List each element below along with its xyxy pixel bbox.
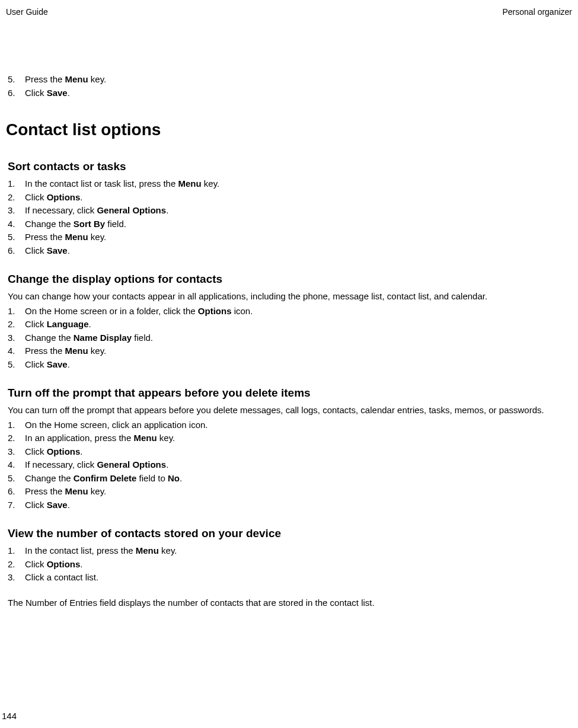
- section-list: 1.In the contact list, press the Menu ke…: [6, 544, 572, 585]
- section-heading: Turn off the prompt that appears before …: [6, 387, 572, 400]
- list-text: Click Options.: [25, 558, 572, 571]
- list-item: 7.Click Save.: [6, 499, 572, 512]
- list-number: 6.: [6, 485, 25, 499]
- list-number: 4.: [6, 458, 25, 472]
- list-item: 5.Press the Menu key.: [6, 231, 572, 244]
- list-text: Change the Confirm Delete field to No.: [25, 472, 572, 486]
- list-number: 5.: [6, 472, 25, 486]
- list-item: 5.Change the Confirm Delete field to No.: [6, 472, 572, 486]
- list-item: 1.On the Home screen or in a folder, cli…: [6, 305, 572, 318]
- section-list: 1.In the contact list or task list, pres…: [6, 177, 572, 257]
- list-item: 3.Click Options.: [6, 445, 572, 459]
- list-item: 4.Change the Sort By field.: [6, 218, 572, 231]
- list-item: 2.Click Options.: [6, 558, 572, 571]
- list-text: Click Save.: [25, 499, 572, 512]
- list-item: 6.Click Save.: [6, 244, 572, 258]
- list-number: 2.: [6, 318, 25, 331]
- list-text: Click a contact list.: [25, 571, 572, 585]
- list-number: 1.: [6, 419, 25, 432]
- section-footer: The Number of Entries field displays the…: [6, 596, 572, 610]
- list-item: 6.Press the Menu key.: [6, 485, 572, 499]
- list-text: Click Options.: [25, 191, 572, 205]
- section-intro: You can change how your contacts appear …: [6, 290, 572, 304]
- list-number: 5.: [6, 231, 25, 244]
- list-number: 6.: [6, 87, 25, 100]
- list-text: Click Language.: [25, 318, 572, 331]
- list-text: If necessary, click General Options.: [25, 204, 572, 218]
- list-item: 6.Click Save.: [6, 87, 572, 100]
- list-number: 5.: [6, 73, 25, 87]
- list-number: 3.: [6, 204, 25, 218]
- page-header: User Guide Personal organizer: [6, 7, 572, 17]
- list-text: Click Save.: [25, 244, 572, 258]
- list-number: 3.: [6, 445, 25, 459]
- page-number: 144: [2, 711, 17, 721]
- list-text: If necessary, click General Options.: [25, 458, 572, 472]
- list-item: 1.In the contact list, press the Menu ke…: [6, 544, 572, 558]
- list-text: On the Home screen, click an application…: [25, 419, 572, 432]
- list-item: 2.Click Language.: [6, 318, 572, 331]
- list-item: 5.Press the Menu key.: [6, 73, 572, 87]
- list-text: Press the Menu key.: [25, 485, 572, 499]
- list-text: Press the Menu key.: [25, 344, 572, 358]
- section-heading: Sort contacts or tasks: [6, 160, 572, 173]
- list-text: Click Save.: [25, 358, 572, 372]
- list-number: 5.: [6, 358, 25, 372]
- list-item: 3.Click a contact list.: [6, 571, 572, 585]
- list-item: 5.Click Save.: [6, 358, 572, 372]
- page-content: 5.Press the Menu key.6.Click Save. Conta…: [6, 73, 572, 609]
- list-text: On the Home screen or in a folder, click…: [25, 305, 572, 318]
- list-item: 1.On the Home screen, click an applicati…: [6, 419, 572, 432]
- top-list: 5.Press the Menu key.6.Click Save.: [6, 73, 572, 100]
- list-item: 4.If necessary, click General Options.: [6, 458, 572, 472]
- list-number: 4.: [6, 218, 25, 231]
- section-list: 1.On the Home screen or in a folder, cli…: [6, 305, 572, 372]
- list-number: 6.: [6, 244, 25, 258]
- header-right: Personal organizer: [502, 7, 572, 17]
- section-intro: You can turn off the prompt that appears…: [6, 404, 572, 417]
- list-text: In an application, press the Menu key.: [25, 432, 572, 445]
- section-list: 1.On the Home screen, click an applicati…: [6, 419, 572, 512]
- list-number: 4.: [6, 344, 25, 358]
- list-text: Change the Name Display field.: [25, 331, 572, 345]
- list-text: In the contact list, press the Menu key.: [25, 544, 572, 558]
- list-item: 1.In the contact list or task list, pres…: [6, 177, 572, 191]
- list-number: 1.: [6, 544, 25, 558]
- header-left: User Guide: [6, 7, 48, 17]
- list-text: In the contact list or task list, press …: [25, 177, 572, 191]
- list-number: 2.: [6, 558, 25, 571]
- list-item: 3.If necessary, click General Options.: [6, 204, 572, 218]
- list-text: Change the Sort By field.: [25, 218, 572, 231]
- list-text: Click Options.: [25, 445, 572, 459]
- list-number: 2.: [6, 432, 25, 445]
- list-number: 1.: [6, 177, 25, 191]
- list-number: 3.: [6, 571, 25, 585]
- list-number: 3.: [6, 331, 25, 345]
- list-item: 3.Change the Name Display field.: [6, 331, 572, 345]
- list-item: 2.In an application, press the Menu key.: [6, 432, 572, 445]
- list-text: Press the Menu key.: [25, 231, 572, 244]
- list-text: Press the Menu key.: [25, 73, 572, 87]
- list-number: 2.: [6, 191, 25, 205]
- main-heading: Contact list options: [6, 120, 572, 139]
- list-text: Click Save.: [25, 87, 572, 100]
- list-item: 4.Press the Menu key.: [6, 344, 572, 358]
- list-number: 7.: [6, 499, 25, 512]
- section-heading: View the number of contacts stored on yo…: [6, 527, 572, 540]
- list-item: 2.Click Options.: [6, 191, 572, 205]
- list-number: 1.: [6, 305, 25, 318]
- section-heading: Change the display options for contacts: [6, 273, 572, 286]
